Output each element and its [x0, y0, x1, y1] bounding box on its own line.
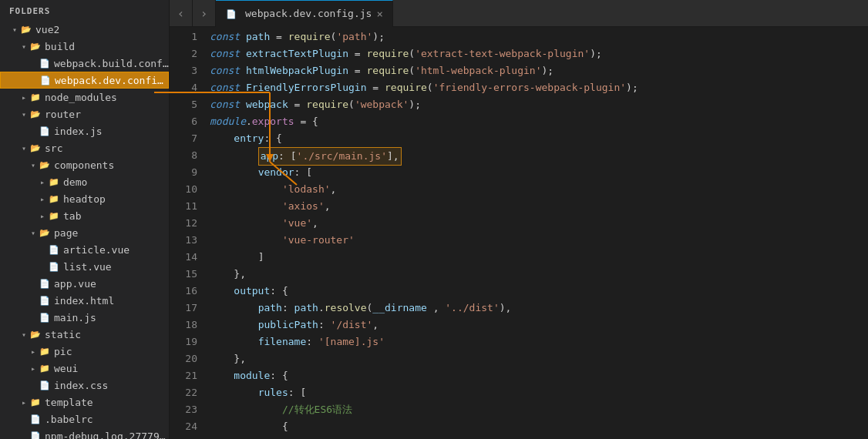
tree-item-main.js[interactable]: main.js [0, 309, 169, 326]
tree-item-app.vue[interactable]: app.vue [0, 275, 169, 292]
tree-label: node_modules [45, 92, 117, 103]
code-line: module.exports = { [210, 113, 868, 130]
tree-item-template[interactable]: template [0, 394, 169, 411]
code-line: ] [210, 249, 868, 266]
file-icon [39, 363, 51, 374]
code-content[interactable]: const path = require('path');const extra… [204, 27, 868, 439]
tree-arrow [19, 42, 29, 51]
line-number: 24 [176, 418, 197, 435]
tree-item-npm-debug.log.2777922574[interactable]: npm-debug.log.2777922574 [0, 427, 169, 439]
tree-item-page[interactable]: page [0, 224, 169, 241]
line-number: 8 [176, 147, 197, 164]
tree-label: build [45, 41, 75, 52]
tab-close-button[interactable]: × [376, 8, 382, 19]
tree-item-demo[interactable]: demo [0, 173, 169, 190]
tree-item-list.vue[interactable]: list.vue [0, 258, 169, 275]
file-icon [39, 380, 51, 390]
tree-arrow [19, 110, 29, 119]
tree-item-webpack.build.config.js[interactable]: webpack.build.config.js [0, 55, 169, 72]
file-icon [29, 397, 42, 407]
tree-arrow [28, 364, 39, 373]
code-line: const FriendlyErrorsPlugin = require('fr… [210, 79, 868, 96]
file-icon [39, 312, 51, 323]
tree-item-build[interactable]: build [0, 38, 169, 55]
file-icon [48, 244, 60, 255]
prev-tab-button[interactable]: ‹ [170, 0, 193, 27]
tree-item-article.vue[interactable]: article.vue [0, 241, 169, 258]
tree-label: src [45, 142, 62, 154]
tree-item-weui[interactable]: weui [0, 360, 169, 377]
code-line: output: { [210, 283, 868, 300]
code-line: 'vue-router' [210, 232, 868, 249]
tab-filename: webpack.dev.config.js [245, 8, 372, 19]
tab-bar: ‹ › webpack.dev.config.js × [170, 0, 868, 27]
tree-arrow [9, 25, 20, 34]
code-line: }, [210, 350, 868, 367]
line-number: 17 [176, 300, 197, 317]
code-line: rules: [ [210, 384, 868, 401]
tree-arrow [37, 178, 48, 186]
line-number: 6 [176, 113, 197, 130]
tree-item-webpack.dev.config.js[interactable]: webpack.dev.config.js [0, 72, 169, 89]
file-icon [29, 431, 42, 439]
tree-arrow [19, 330, 29, 339]
tree-label: tab [63, 210, 81, 222]
file-icon [29, 92, 42, 102]
tree-label: weui [54, 363, 78, 374]
tree-item-node_modules[interactable]: node_modules [0, 89, 169, 106]
file-icon [39, 75, 52, 85]
file-icon [48, 176, 60, 187]
line-number: 21 [176, 367, 197, 384]
tree-item-tab[interactable]: tab [0, 207, 169, 224]
tree-item-index.css[interactable]: index.css [0, 377, 169, 394]
tree-item-pic[interactable]: pic [0, 343, 169, 360]
file-icon [48, 210, 60, 221]
tree-label: webpack.build.config.js [54, 58, 169, 69]
code-line: const webpack = require('webpack'); [210, 96, 868, 113]
next-tab-button[interactable]: › [193, 0, 216, 27]
tree-item-index.js[interactable]: index.js [0, 122, 169, 139]
tree-label: webpack.dev.config.js [55, 75, 168, 86]
tree-item-vue2[interactable]: vue2 [0, 21, 169, 38]
code-line: app: ['./src/main.js'], [210, 147, 868, 164]
file-icon [39, 159, 51, 170]
sidebar-header: FOLDERS [0, 3, 169, 21]
tree-arrow [28, 229, 39, 237]
code-editor: 123456789101112131415161718192021222324 … [170, 27, 868, 439]
tree-item-.babelrc[interactable]: .babelrc [0, 411, 169, 427]
tree-arrow [28, 161, 39, 169]
file-icon [48, 193, 60, 204]
tree-label: index.html [54, 295, 114, 307]
code-line: }, [210, 266, 868, 283]
sidebar: FOLDERS vue2buildwebpack.build.config.js… [0, 0, 170, 439]
tree-item-headtop[interactable]: headtop [0, 190, 169, 207]
tree-label: app.vue [54, 278, 96, 290]
tree-label: headtop [63, 193, 106, 205]
editor-area: ‹ › webpack.dev.config.js × 123456789101… [170, 0, 868, 439]
code-line: { [210, 418, 868, 435]
tree-label: pic [54, 346, 72, 357]
tree-item-index.html[interactable]: index.html [0, 292, 169, 309]
tree-item-src[interactable]: src [0, 139, 169, 156]
file-icon [39, 227, 51, 238]
line-number: 2 [176, 45, 197, 62]
tree-item-router[interactable]: router [0, 106, 169, 122]
file-icon [29, 109, 42, 119]
code-line: 'axios', [210, 198, 868, 215]
active-tab[interactable]: webpack.dev.config.js × [216, 0, 393, 27]
code-line: module: { [210, 367, 868, 384]
line-number: 10 [176, 181, 197, 198]
file-icon [20, 24, 32, 35]
tree-arrow [37, 212, 48, 220]
code-line: path: path.resolve(__dirname , '../dist'… [210, 300, 868, 317]
line-number: 5 [176, 96, 197, 113]
line-number: 13 [176, 232, 197, 249]
tree-item-components[interactable]: components [0, 156, 169, 173]
code-line: 'vue', [210, 215, 868, 232]
tree-item-static[interactable]: static [0, 326, 169, 343]
tree-label: article.vue [63, 244, 130, 256]
tree-label: static [45, 329, 81, 340]
tree-label: list.vue [63, 261, 112, 273]
tree-label: index.css [54, 380, 108, 391]
tree-label: npm-debug.log.2777922574 [45, 431, 169, 440]
